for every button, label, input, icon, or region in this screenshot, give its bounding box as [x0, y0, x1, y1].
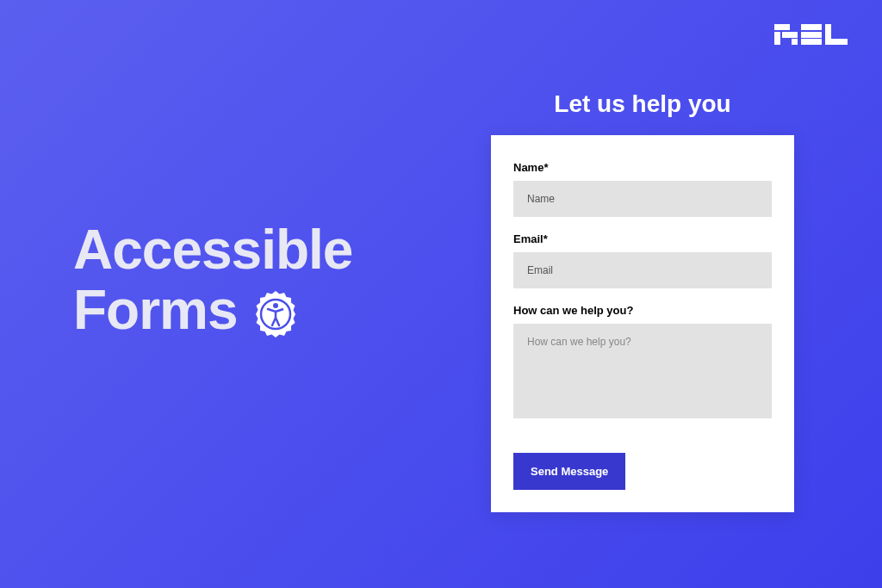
email-field-group: Email* [513, 232, 772, 288]
name-input[interactable] [513, 181, 772, 217]
svg-rect-6 [801, 39, 822, 45]
send-message-button[interactable]: Send Message [513, 453, 625, 490]
email-input[interactable] [513, 252, 772, 288]
svg-point-10 [273, 303, 278, 308]
name-label: Name* [513, 161, 772, 174]
svg-rect-1 [774, 32, 780, 45]
form-card: Name* Email* How can we help you? Send M… [491, 135, 794, 512]
accessibility-badge-icon [251, 289, 301, 339]
message-textarea[interactable] [513, 324, 772, 418]
form-heading: Let us help you [491, 90, 794, 118]
name-field-group: Name* [513, 161, 772, 217]
svg-rect-4 [801, 24, 822, 30]
hero-title: Accessible Forms [73, 220, 352, 341]
brand-logo [774, 24, 848, 48]
svg-rect-2 [782, 32, 798, 38]
svg-rect-3 [792, 39, 798, 45]
svg-rect-5 [801, 32, 822, 38]
hero-title-line2: Forms [73, 280, 238, 340]
message-label: How can we help you? [513, 304, 772, 317]
hero-title-line1: Accessible [73, 220, 352, 280]
message-field-group: How can we help you? [513, 304, 772, 422]
contact-form-section: Let us help you Name* Email* How can we … [491, 90, 794, 512]
svg-rect-0 [774, 24, 790, 30]
email-label: Email* [513, 232, 772, 245]
svg-rect-8 [825, 39, 848, 45]
